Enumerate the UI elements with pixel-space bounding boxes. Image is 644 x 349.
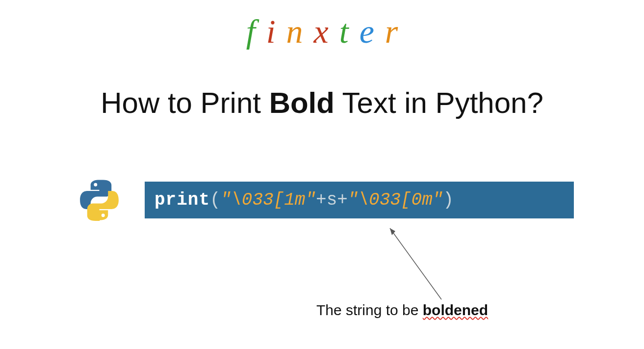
annotation-bold: boldened — [423, 302, 488, 318]
svg-marker-1 — [390, 228, 395, 235]
annotation-text: The string to be boldened — [316, 302, 488, 319]
code-fn: print — [155, 190, 210, 210]
code-plus2: + — [337, 190, 348, 210]
code-open-paren: ( — [210, 190, 221, 210]
title-part1: How to Print — [101, 86, 269, 119]
title-part2: Text in Python? — [335, 86, 543, 119]
logo-letter: x — [314, 12, 339, 51]
brand-logo: f i n x t e r — [246, 12, 398, 51]
code-string1: "\033[1m" — [221, 190, 316, 210]
code-close-paren: ) — [443, 190, 454, 210]
title-bold: Bold — [269, 86, 335, 119]
logo-letter: r — [385, 12, 398, 51]
logo-letter: f — [246, 12, 266, 51]
annotation-part1: The string to be — [316, 302, 423, 318]
logo-letter: e — [360, 12, 385, 51]
code-var: s — [327, 190, 337, 210]
page-title: How to Print Bold Text in Python? — [0, 86, 644, 120]
python-icon — [78, 179, 120, 221]
code-snippet: print("\033[1m" + s + "\033[0m") — [145, 182, 574, 218]
annotation-arrow-icon — [383, 223, 451, 302]
logo-letter: n — [286, 12, 314, 51]
code-string2: "\033[0m" — [348, 190, 443, 210]
logo-letter: t — [339, 12, 360, 51]
svg-line-0 — [390, 228, 441, 299]
logo-letter: i — [266, 12, 286, 51]
code-plus1: + — [316, 190, 327, 210]
